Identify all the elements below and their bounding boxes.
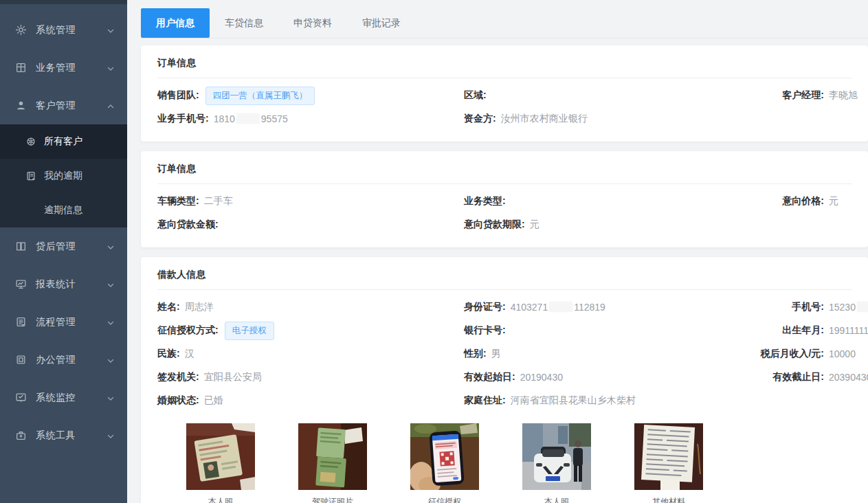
field-value: 宜阳县公安局: [204, 371, 262, 383]
borrower-info-card: 借款人信息 姓名: 周志洋 身份证号: 4103271112819 手机号: 1…: [141, 257, 868, 503]
sidebar-item-all-customers[interactable]: 所有客户: [0, 124, 127, 159]
sidebar-item-process-management[interactable]: 流程管理: [0, 303, 127, 341]
field-row: 民族: 汉 性别: 男 税后月收入/元: 10000: [157, 342, 852, 366]
field-label: 身份证号:: [464, 301, 506, 313]
tab-loan-application-docs[interactable]: 申贷资料: [278, 8, 347, 38]
wheel-icon: [25, 136, 36, 147]
field-value: 二手车: [204, 195, 233, 208]
redaction-mask: [549, 302, 572, 312]
field-label: 签发机关:: [157, 371, 199, 383]
sidebar-menu: 系统管理 业务管理 客户管理: [0, 4, 127, 454]
field-label: 意向贷款金额:: [157, 219, 219, 231]
field-home-address: 家庭住址: 河南省宜阳县花果山乡木柴村: [464, 394, 747, 407]
sidebar-item-system-management[interactable]: 系统管理: [0, 11, 127, 49]
sidebar-item-customer-management[interactable]: 客户管理: [0, 87, 127, 124]
field-label: 性别:: [464, 348, 487, 360]
toolbox-icon: [15, 429, 27, 441]
field-label: 民族:: [157, 348, 180, 360]
field-value: 19911111: [829, 325, 868, 336]
screen-icon: [15, 392, 27, 403]
field-row: 车辆类型: 二手车 业务类型: 意向价格: 元: [157, 190, 852, 213]
redaction-mask: [857, 302, 868, 312]
sidebar-item-label: 客户管理: [36, 100, 107, 112]
section-title: 订单信息: [157, 151, 852, 184]
field-id-number: 身份证号: 4103271112819: [464, 301, 747, 313]
field-name: 姓名: 周志洋: [157, 301, 464, 313]
sales-team-tag[interactable]: 四团一营（直属王鹏飞）: [205, 87, 315, 105]
chevron-down-icon: [107, 394, 115, 402]
app-window: 系统管理 业务管理 客户管理: [0, 0, 868, 503]
user-icon: [15, 100, 27, 111]
photo-item: 其他材料: [634, 423, 703, 503]
field-value: 4103271112819: [511, 302, 605, 313]
doc-icon: [15, 354, 27, 366]
gear-icon: [15, 24, 27, 36]
customer-submenu: 所有客户 我的逾期 逾期信息: [0, 124, 127, 227]
vehicle-info-rows: 车辆类型: 二手车 业务类型: 意向价格: 元 意向贷款金额:: [157, 184, 852, 247]
field-funder: 资金方: 汝州市农村商业银行: [464, 113, 747, 125]
sidebar-item-postloan-management[interactable]: 贷后管理: [0, 227, 127, 265]
sidebar: 系统管理 业务管理 客户管理: [0, 0, 127, 503]
order-info-rows: 销售团队: 四团一营（直属王鹏飞） 区域: 客户经理: 李晓旭 业务手机号:: [157, 78, 852, 142]
field-birth-date: 出生年月: 19911111: [747, 324, 868, 337]
field-row: 婚姻状态: 已婚 家庭住址: 河南省宜阳县花果山乡木柴村: [157, 389, 852, 412]
field-value: 20390430: [829, 372, 868, 383]
credit-auth-tag[interactable]: 电子授权: [225, 322, 274, 340]
sidebar-item-report-statistics[interactable]: 报表统计: [0, 265, 127, 303]
vehicle-order-info-card: 订单信息 车辆类型: 二手车 业务类型: 意向价格: 元: [141, 151, 868, 247]
field-value: 10000: [829, 348, 856, 359]
chevron-up-icon: [107, 102, 115, 110]
tab-car-loan-info[interactable]: 车贷信息: [210, 8, 278, 38]
photo-item: 本人照: [522, 423, 591, 503]
tab-user-info[interactable]: 用户信息: [141, 8, 210, 38]
tab-approval-records[interactable]: 审批记录: [347, 8, 416, 38]
clipboard-icon: [15, 316, 27, 328]
chevron-down-icon: [107, 318, 115, 326]
chevron-down-icon: [107, 280, 115, 289]
field-issuing-authority: 签发机关: 宜阳县公安局: [157, 371, 464, 383]
field-value: 152308137: [829, 302, 868, 313]
field-label: 有效截止日:: [747, 371, 824, 383]
sidebar-item-office-management[interactable]: 办公管理: [0, 341, 127, 379]
field-loan-term: 意向贷款期限: 元: [464, 219, 747, 231]
field-value: 181095575: [214, 113, 288, 124]
sidebar-item-overdue-info[interactable]: 逾期信息: [0, 193, 127, 227]
chevron-down-icon: [107, 243, 115, 251]
field-value: 男: [491, 348, 501, 360]
field-business-type: 业务类型:: [464, 195, 747, 208]
photo-caption: 其他材料: [634, 496, 703, 503]
field-label: 业务手机号:: [157, 113, 209, 125]
field-row: 姓名: 周志洋 身份证号: 4103271112819 手机号: 1523081…: [157, 295, 852, 319]
open-book-icon: [15, 241, 27, 252]
field-row: 签发机关: 宜阳县公安局 有效起始日: 20190430 有效截止日: 2039…: [157, 366, 852, 389]
field-loan-amount: 意向贷款金额:: [157, 219, 464, 231]
photo-thumbnail-handwritten-document[interactable]: [634, 423, 703, 490]
value-suffix: 95575: [261, 113, 288, 124]
field-value: 周志洋: [185, 301, 214, 313]
document-photos: 本人照: [157, 415, 852, 503]
field-ethnicity: 民族: 汉: [157, 348, 464, 360]
field-label: 意向价格:: [747, 195, 824, 208]
photo-thumbnail-id-card[interactable]: [186, 423, 255, 490]
photo-thumbnail-credit-auth-qr[interactable]: [410, 423, 479, 490]
field-label: 销售团队:: [157, 89, 199, 102]
sidebar-item-label: 系统管理: [36, 24, 107, 36]
sidebar-item-system-tools[interactable]: 系统工具: [0, 416, 127, 454]
field-gender: 性别: 男: [464, 348, 747, 360]
field-valid-to: 有效截止日: 20390430: [747, 371, 868, 383]
field-label: 意向贷款期限:: [464, 219, 525, 231]
sidebar-item-my-overdue[interactable]: 我的逾期: [0, 159, 127, 193]
sidebar-item-business-management[interactable]: 业务管理: [0, 49, 127, 87]
photo-thumbnail-driver-license[interactable]: [298, 423, 367, 490]
photo-thumbnail-person-with-car[interactable]: [522, 423, 591, 490]
field-intent-price: 意向价格: 元: [747, 195, 852, 208]
sidebar-item-label: 逾期信息: [44, 204, 82, 216]
photo-item: 本人照: [186, 423, 255, 503]
photo-caption: 本人照: [186, 496, 255, 503]
sidebar-item-system-monitor[interactable]: 系统监控: [0, 379, 127, 416]
sidebar-item-label: 系统监控: [36, 392, 107, 404]
sidebar-item-label: 贷后管理: [36, 241, 107, 253]
field-label: 出生年月:: [747, 324, 824, 337]
photo-item: 征信授权: [410, 423, 479, 503]
field-bank-card: 银行卡号:: [464, 324, 747, 337]
